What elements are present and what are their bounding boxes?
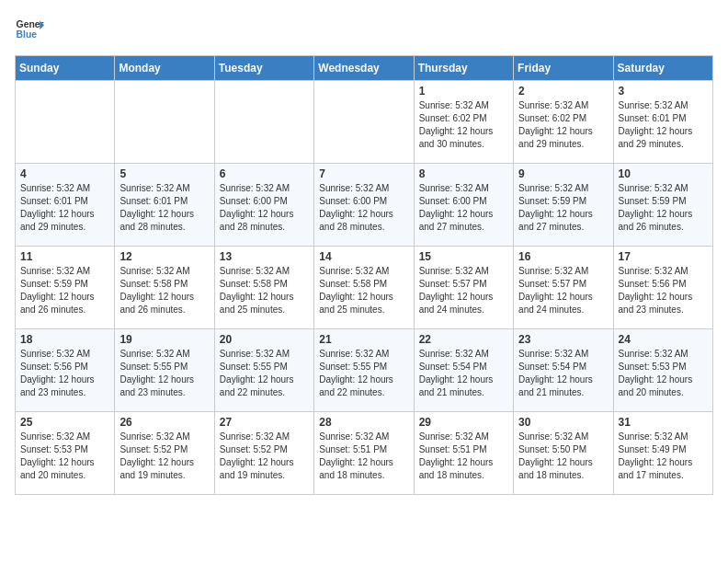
calendar-cell: 30Sunrise: 5:32 AM Sunset: 5:50 PM Dayli… <box>514 412 613 495</box>
day-number: 18 <box>20 333 109 346</box>
day-number: 11 <box>20 250 109 263</box>
dow-header-friday: Friday <box>514 56 613 81</box>
calendar-cell <box>16 81 115 164</box>
calendar-cell: 9Sunrise: 5:32 AM Sunset: 5:59 PM Daylig… <box>514 164 613 247</box>
day-number: 15 <box>419 250 508 263</box>
day-content: Sunrise: 5:32 AM Sunset: 5:50 PM Dayligh… <box>518 431 608 482</box>
calendar-week-1: 1Sunrise: 5:32 AM Sunset: 6:02 PM Daylig… <box>16 81 713 164</box>
day-content: Sunrise: 5:32 AM Sunset: 5:55 PM Dayligh… <box>319 348 408 399</box>
dow-header-tuesday: Tuesday <box>214 56 313 81</box>
calendar-week-2: 4Sunrise: 5:32 AM Sunset: 6:01 PM Daylig… <box>16 164 713 247</box>
day-number: 13 <box>220 250 309 263</box>
day-number: 5 <box>119 167 209 180</box>
day-content: Sunrise: 5:32 AM Sunset: 5:54 PM Dayligh… <box>419 348 508 399</box>
calendar-cell: 20Sunrise: 5:32 AM Sunset: 5:55 PM Dayli… <box>214 329 313 412</box>
day-number: 23 <box>518 333 608 346</box>
day-number: 9 <box>518 167 608 180</box>
calendar-cell: 19Sunrise: 5:32 AM Sunset: 5:55 PM Dayli… <box>115 329 214 412</box>
dow-header-wednesday: Wednesday <box>314 56 414 81</box>
day-content: Sunrise: 5:32 AM Sunset: 5:52 PM Dayligh… <box>220 431 309 482</box>
calendar-cell: 26Sunrise: 5:32 AM Sunset: 5:52 PM Dayli… <box>115 412 214 495</box>
day-content: Sunrise: 5:32 AM Sunset: 6:01 PM Dayligh… <box>20 182 109 234</box>
day-content: Sunrise: 5:32 AM Sunset: 5:57 PM Dayligh… <box>518 265 608 316</box>
calendar-cell: 27Sunrise: 5:32 AM Sunset: 5:52 PM Dayli… <box>214 412 313 495</box>
day-number: 19 <box>119 333 209 346</box>
day-content: Sunrise: 5:32 AM Sunset: 6:02 PM Dayligh… <box>518 99 608 151</box>
day-content: Sunrise: 5:32 AM Sunset: 5:56 PM Dayligh… <box>619 265 708 316</box>
calendar-cell: 28Sunrise: 5:32 AM Sunset: 5:51 PM Dayli… <box>314 412 414 495</box>
day-content: Sunrise: 5:32 AM Sunset: 5:51 PM Dayligh… <box>419 431 508 482</box>
day-content: Sunrise: 5:32 AM Sunset: 5:58 PM Dayligh… <box>119 265 209 316</box>
calendar-cell: 13Sunrise: 5:32 AM Sunset: 5:58 PM Dayli… <box>214 247 313 329</box>
day-number: 6 <box>220 167 309 180</box>
day-number: 12 <box>119 250 209 263</box>
day-content: Sunrise: 5:32 AM Sunset: 5:54 PM Dayligh… <box>518 348 608 399</box>
day-content: Sunrise: 5:32 AM Sunset: 6:00 PM Dayligh… <box>319 182 408 234</box>
day-content: Sunrise: 5:32 AM Sunset: 5:59 PM Dayligh… <box>619 182 708 234</box>
logo: General Blue <box>15 15 44 44</box>
day-number: 21 <box>319 333 408 346</box>
day-content: Sunrise: 5:32 AM Sunset: 5:55 PM Dayligh… <box>119 348 209 399</box>
calendar-cell: 17Sunrise: 5:32 AM Sunset: 5:56 PM Dayli… <box>613 247 712 329</box>
calendar-cell: 10Sunrise: 5:32 AM Sunset: 5:59 PM Dayli… <box>613 164 712 247</box>
dow-header-monday: Monday <box>115 56 214 81</box>
calendar-cell <box>214 81 313 164</box>
calendar-cell: 12Sunrise: 5:32 AM Sunset: 5:58 PM Dayli… <box>115 247 214 329</box>
calendar-cell: 5Sunrise: 5:32 AM Sunset: 6:01 PM Daylig… <box>115 164 214 247</box>
dow-header-sunday: Sunday <box>16 56 115 81</box>
svg-text:Blue: Blue <box>17 29 38 40</box>
day-number: 25 <box>20 416 109 429</box>
calendar-cell: 7Sunrise: 5:32 AM Sunset: 6:00 PM Daylig… <box>314 164 414 247</box>
day-content: Sunrise: 5:32 AM Sunset: 5:55 PM Dayligh… <box>220 348 309 399</box>
calendar-week-4: 18Sunrise: 5:32 AM Sunset: 5:56 PM Dayli… <box>16 329 713 412</box>
day-number: 3 <box>619 85 708 98</box>
calendar-cell: 4Sunrise: 5:32 AM Sunset: 6:01 PM Daylig… <box>16 164 115 247</box>
day-number: 26 <box>119 416 209 429</box>
calendar-week-5: 25Sunrise: 5:32 AM Sunset: 5:53 PM Dayli… <box>16 412 713 495</box>
day-content: Sunrise: 5:32 AM Sunset: 5:59 PM Dayligh… <box>20 265 109 316</box>
calendar-cell: 3Sunrise: 5:32 AM Sunset: 6:01 PM Daylig… <box>613 81 712 164</box>
page-header: General Blue <box>15 15 713 44</box>
day-number: 2 <box>518 85 608 98</box>
day-number: 1 <box>419 85 508 98</box>
day-content: Sunrise: 5:32 AM Sunset: 5:57 PM Dayligh… <box>419 265 508 316</box>
calendar-cell: 21Sunrise: 5:32 AM Sunset: 5:55 PM Dayli… <box>314 329 414 412</box>
dow-header-saturday: Saturday <box>613 56 712 81</box>
day-number: 31 <box>619 416 708 429</box>
day-content: Sunrise: 5:32 AM Sunset: 6:02 PM Dayligh… <box>419 99 508 151</box>
day-content: Sunrise: 5:32 AM Sunset: 5:53 PM Dayligh… <box>20 431 109 482</box>
calendar-cell <box>314 81 414 164</box>
day-number: 16 <box>518 250 608 263</box>
calendar-cell: 15Sunrise: 5:32 AM Sunset: 5:57 PM Dayli… <box>414 247 513 329</box>
calendar-cell: 1Sunrise: 5:32 AM Sunset: 6:02 PM Daylig… <box>414 81 513 164</box>
day-content: Sunrise: 5:32 AM Sunset: 5:49 PM Dayligh… <box>619 431 708 482</box>
day-content: Sunrise: 5:32 AM Sunset: 5:53 PM Dayligh… <box>619 348 708 399</box>
day-content: Sunrise: 5:32 AM Sunset: 6:01 PM Dayligh… <box>119 182 209 234</box>
calendar-cell: 25Sunrise: 5:32 AM Sunset: 5:53 PM Dayli… <box>16 412 115 495</box>
day-number: 30 <box>518 416 608 429</box>
calendar-cell: 23Sunrise: 5:32 AM Sunset: 5:54 PM Dayli… <box>514 329 613 412</box>
day-number: 17 <box>619 250 708 263</box>
day-number: 29 <box>419 416 508 429</box>
day-content: Sunrise: 5:32 AM Sunset: 5:59 PM Dayligh… <box>518 182 608 234</box>
day-content: Sunrise: 5:32 AM Sunset: 5:56 PM Dayligh… <box>20 348 109 399</box>
calendar-cell: 24Sunrise: 5:32 AM Sunset: 5:53 PM Dayli… <box>613 329 712 412</box>
dow-header-thursday: Thursday <box>414 56 513 81</box>
calendar-cell: 16Sunrise: 5:32 AM Sunset: 5:57 PM Dayli… <box>514 247 613 329</box>
day-number: 7 <box>319 167 408 180</box>
day-number: 14 <box>319 250 408 263</box>
calendar-cell <box>115 81 214 164</box>
day-content: Sunrise: 5:32 AM Sunset: 6:01 PM Dayligh… <box>619 99 708 151</box>
day-number: 22 <box>419 333 508 346</box>
day-content: Sunrise: 5:32 AM Sunset: 5:52 PM Dayligh… <box>119 431 209 482</box>
logo-icon: General Blue <box>15 15 44 44</box>
day-content: Sunrise: 5:32 AM Sunset: 6:00 PM Dayligh… <box>220 182 309 234</box>
calendar-table: SundayMondayTuesdayWednesdayThursdayFrid… <box>15 55 713 495</box>
calendar-cell: 14Sunrise: 5:32 AM Sunset: 5:58 PM Dayli… <box>314 247 414 329</box>
calendar-cell: 29Sunrise: 5:32 AM Sunset: 5:51 PM Dayli… <box>414 412 513 495</box>
day-number: 10 <box>619 167 708 180</box>
day-number: 20 <box>220 333 309 346</box>
calendar-cell: 2Sunrise: 5:32 AM Sunset: 6:02 PM Daylig… <box>514 81 613 164</box>
calendar-cell: 11Sunrise: 5:32 AM Sunset: 5:59 PM Dayli… <box>16 247 115 329</box>
day-number: 8 <box>419 167 508 180</box>
